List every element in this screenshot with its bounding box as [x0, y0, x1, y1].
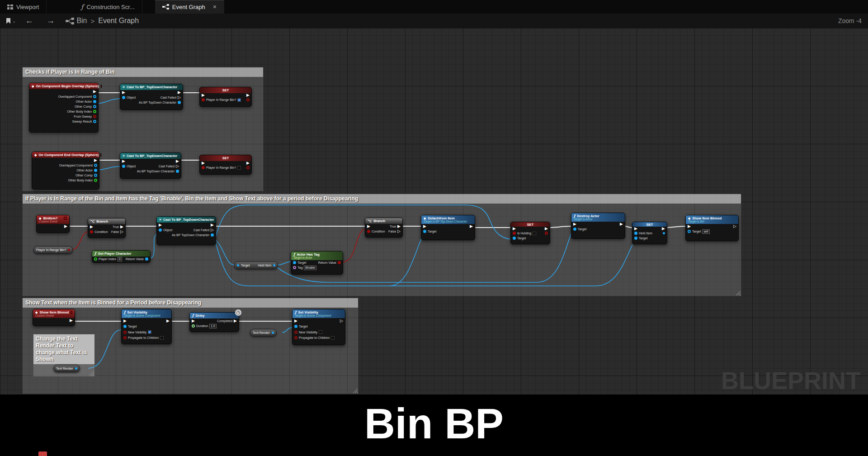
node-actor-has-tag[interactable]: Actor Has Tag Target is Actor Target Ret… [291, 251, 343, 275]
node-show-item-binned-call[interactable]: Show Item Binned Target is Bin Targetsel… [685, 215, 739, 241]
forward-arrow-icon[interactable]: → [46, 16, 55, 26]
node-set-visibility-1[interactable]: Set Visibility Target is Scene Component… [121, 309, 172, 344]
exec-in-pin[interactable] [123, 319, 127, 323]
player-index-field[interactable]: 0 [118, 257, 122, 261]
pin-duration[interactable] [192, 324, 195, 328]
exec-in-pin[interactable] [634, 227, 637, 231]
node-cast-to-topdowncharacter[interactable]: Cast To BP_TopDownCharacter Object Cast … [120, 152, 181, 179]
bookmark-icon[interactable] [6, 18, 10, 24]
tab-event-graph[interactable]: Event Graph × [155, 0, 224, 14]
pin-other-actor[interactable] [93, 100, 96, 103]
pin-target[interactable] [294, 325, 297, 328]
bool-checkbox[interactable] [331, 336, 335, 340]
exec-out-pin[interactable] [178, 90, 181, 95]
pin-propagate[interactable] [123, 336, 127, 339]
exec-in-pin[interactable] [192, 319, 195, 323]
back-arrow-icon[interactable]: ← [25, 16, 33, 26]
false-pin[interactable] [397, 229, 401, 233]
node-destroy-actor[interactable]: Destroy Actor Target is Actor Target [571, 213, 625, 239]
node-set-visibility-2[interactable]: Set Visibility Target is Scene Component… [292, 309, 345, 345]
pin-bool-out[interactable] [545, 232, 548, 235]
bool-checkbox[interactable] [533, 232, 536, 235]
pin-object[interactable] [159, 228, 162, 232]
cast-failed-pin[interactable] [176, 164, 179, 168]
node-branch-1[interactable]: Branch True Condition False [88, 218, 126, 238]
pin-target[interactable] [513, 237, 516, 240]
node-branch-2[interactable]: Branch True Condition False [365, 218, 403, 238]
pin-new-visibility[interactable] [123, 331, 127, 334]
exec-out-pin[interactable] [70, 318, 73, 323]
exec-out-pin[interactable] [166, 319, 170, 323]
exec-out-pin[interactable] [246, 93, 250, 97]
delegate-pin[interactable] [101, 85, 102, 88]
exec-out-pin[interactable] [662, 227, 665, 231]
delegate-pin[interactable] [64, 217, 67, 220]
exec-out-pin[interactable] [733, 224, 736, 228]
exec-out-pin[interactable] [545, 227, 548, 231]
node-cast-to-topdowncharacter[interactable]: Cast To BP_TopDownCharacter Object Cast … [156, 216, 216, 245]
exec-out-pin[interactable] [340, 319, 343, 323]
breadcrumb-current[interactable]: Event Graph [98, 17, 139, 25]
pin-held-item-in[interactable] [634, 232, 637, 235]
close-tab-icon[interactable]: × [213, 4, 217, 10]
pin-overlapped-component[interactable] [93, 95, 96, 98]
pin-text-render-out[interactable] [75, 367, 77, 370]
exec-out-pin[interactable] [94, 158, 97, 162]
breadcrumb-root[interactable]: Bin [76, 17, 87, 25]
node-cast-to-topdowncharacter[interactable]: Cast To BP_TopDownCharacter Object Cast … [120, 84, 183, 110]
pin-condition[interactable] [90, 230, 93, 233]
exec-out-pin[interactable] [620, 222, 623, 226]
completed-pin[interactable] [234, 319, 237, 323]
pin-bool-in[interactable] [202, 166, 205, 169]
pin-target-in[interactable] [237, 264, 239, 266]
exec-out-pin[interactable] [211, 223, 214, 227]
pin-overlapped-component[interactable] [94, 164, 97, 167]
pin-from-sweep[interactable] [93, 115, 96, 118]
exec-in-pin[interactable] [202, 93, 205, 97]
pin-as-character[interactable] [178, 101, 181, 104]
exec-in-pin[interactable] [688, 224, 691, 228]
pin-as-character[interactable] [211, 233, 214, 237]
bool-checkbox[interactable] [160, 336, 164, 340]
exec-in-pin[interactable] [122, 90, 125, 95]
delegate-pin[interactable] [100, 153, 101, 157]
node-show-item-binned-event[interactable]: Show Item Binned Custom Event [33, 309, 75, 326]
pin-object[interactable] [122, 96, 125, 99]
comment-title[interactable]: Checks if Player is In Range of Bin [23, 67, 263, 77]
pin-return-value[interactable] [145, 257, 148, 261]
true-pin[interactable] [397, 224, 401, 228]
tab-construction-script[interactable]: ƒ Construction Scr... [74, 0, 142, 14]
pin-target[interactable] [634, 237, 637, 240]
node-get-player-character[interactable]: Get Player Character Player Index0 Retur… [92, 250, 151, 263]
pin-target[interactable] [293, 261, 296, 264]
exec-out-pin[interactable] [470, 224, 473, 228]
pin-other-comp[interactable] [94, 174, 97, 177]
pin-bool-in[interactable] [202, 98, 205, 101]
pin-other-actor[interactable] [94, 169, 97, 172]
event-graph-canvas[interactable]: Checks if Player is In Range of Bin If P… [0, 28, 868, 394]
exec-out-pin[interactable] [93, 90, 96, 94]
pin-bool-out[interactable] [246, 98, 250, 101]
bool-checkbox[interactable] [148, 330, 151, 334]
pin-as-character[interactable] [176, 170, 179, 173]
cast-failed-pin[interactable] [211, 228, 214, 232]
duration-field[interactable]: 1.0 [209, 324, 216, 328]
exec-in-pin[interactable] [90, 225, 93, 229]
target-field[interactable]: self [702, 229, 709, 234]
bool-checkbox[interactable] [319, 330, 322, 334]
exec-in-pin[interactable] [423, 224, 426, 228]
node-detach-from-item[interactable]: Detachfrom Item Target is BP Top Down Ch… [421, 215, 475, 240]
getter-player-in-range[interactable]: Player In Range Bin? [33, 246, 73, 254]
node-on-component-end-overlap[interactable]: On Component End Overlap (Sphere) Overla… [32, 152, 99, 190]
exec-in-pin[interactable] [367, 224, 370, 228]
pin-tag[interactable] [293, 266, 296, 269]
comment-note[interactable]: Change the Text Render Text to change wh… [33, 334, 95, 377]
pin-new-visibility[interactable] [294, 331, 297, 334]
tag-field[interactable]: Binable [304, 266, 316, 270]
pin-player-index[interactable] [94, 257, 97, 261]
getter-held-item[interactable]: Target Held Item [234, 261, 278, 269]
true-pin[interactable] [120, 225, 123, 229]
pin-object[interactable] [122, 165, 125, 168]
node-set-held-item[interactable]: SET Held Item Target [632, 222, 667, 244]
pin-held-item-out[interactable] [663, 232, 665, 234]
